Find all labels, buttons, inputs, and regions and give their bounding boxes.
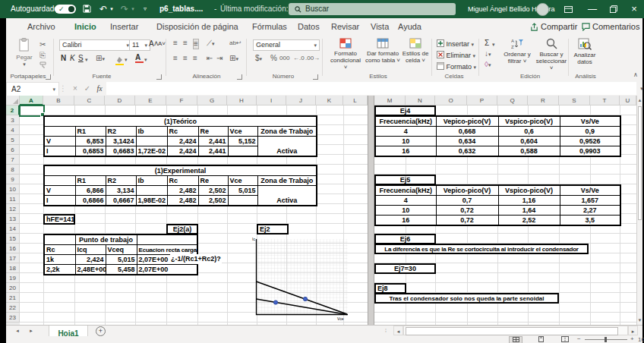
cut-icon[interactable]: ✂ [39, 40, 46, 49]
column-header-b[interactable]: B [43, 96, 74, 105]
thousands-format-icon[interactable]: 000 [279, 54, 289, 63]
shrink-font-icon[interactable]: A˅ [158, 39, 166, 49]
column-header-n[interactable]: N [406, 96, 435, 105]
user-avatar[interactable] [536, 3, 549, 16]
table-experimental[interactable]: (1)Experimental R1 R2 Ib Rc Re Vce Zona … [43, 165, 317, 206]
name-box[interactable]: A2▾ [6, 82, 59, 96]
tab-insertar[interactable]: Insertar [109, 18, 140, 36]
table-ej5[interactable]: Frecuencia(kHz) Vepico-pico(V) Vspico-pi… [374, 184, 621, 226]
increase-decimal-icon[interactable]: ←.0 [293, 54, 305, 63]
sheet-tab-hoja1[interactable]: Hoja1 [49, 326, 88, 336]
autosave-toggle[interactable]: ✓ [55, 5, 76, 14]
column-header-s[interactable]: S [559, 96, 590, 105]
row-header-20[interactable]: 20 [6, 283, 20, 293]
share-button[interactable]: Compartir [530, 20, 577, 34]
column-header-g[interactable]: G [197, 96, 227, 105]
font-size-select[interactable]: 11▾ [129, 39, 150, 51]
row-header-5[interactable]: 5 [6, 135, 20, 145]
undo-icon[interactable]: ↶ [97, 0, 109, 18]
font-dialog-launcher-icon[interactable] [156, 74, 162, 80]
pane-split-bar[interactable] [368, 96, 374, 325]
orientation-icon[interactable]: ⟋▾ [207, 39, 215, 49]
zoom-level[interactable]: 100 % [638, 336, 644, 343]
tab-ayuda[interactable]: Ayuda [396, 18, 423, 36]
tab-revisar[interactable]: Revisar [330, 18, 361, 36]
underline-button[interactable]: S [78, 54, 84, 63]
zoom-slider-thumb[interactable] [605, 337, 607, 342]
table-title[interactable]: (1)Teórico [44, 116, 317, 127]
horizontal-scrollbar[interactable] [403, 326, 628, 335]
ej6-note-cell[interactable]: La diferencia es que la Re se cortocircu… [374, 244, 589, 254]
row-header-21[interactable]: 21 [6, 293, 20, 303]
ej5-label-cell[interactable]: Ej5 [374, 175, 436, 185]
zoom-in-icon[interactable]: + [630, 335, 634, 342]
align-dialog-launcher-icon[interactable] [237, 74, 242, 80]
zona-value[interactable]: Activa [257, 137, 317, 157]
analyze-data-button[interactable]: Analizar datos [573, 38, 597, 65]
fill-color-dropdown-icon[interactable]: ▾ [125, 55, 128, 65]
grow-font-icon[interactable]: A˄ [149, 39, 159, 49]
row-header-13[interactable]: 13 [6, 214, 20, 224]
row-header-11[interactable]: 11 [6, 194, 20, 204]
tab-formulas[interactable]: Fórmulas [251, 18, 289, 36]
conditional-formatting-button[interactable]: Formato condicional ˅ [328, 38, 363, 71]
row-header-9[interactable]: 9 [6, 175, 20, 184]
font-color-icon[interactable]: A [135, 53, 144, 63]
align-bottom-icon[interactable]: ≡ [193, 39, 199, 49]
undo-dropdown-icon[interactable]: ▾ [109, 0, 115, 18]
qat-customize-icon[interactable]: ▿ [141, 0, 149, 18]
underline-dropdown-icon[interactable]: ▾ [85, 55, 88, 65]
insert-cells-button[interactable]: Insertar ▾ [437, 39, 474, 49]
sort-filter-button[interactable]: AZ Ordenar y filtrar ˅ [501, 38, 533, 65]
merge-center-icon[interactable]: ⊞▾ [229, 54, 238, 64]
active-cell-selection[interactable] [19, 105, 45, 117]
sheet-nav-next-icon[interactable]: ▸ [26, 326, 36, 335]
tab-vista[interactable]: Vista [369, 18, 390, 36]
copy-icon[interactable]: ⎘ [39, 51, 46, 60]
sheet-nav-prev-icon[interactable]: ◂ [12, 326, 23, 335]
redo-dropdown-icon[interactable]: ▾ [130, 0, 136, 18]
clear-icon[interactable]: ◊▾ [485, 60, 491, 70]
search-input[interactable]: Buscar [289, 3, 456, 15]
hfe-cell[interactable]: hFE=141 [43, 214, 75, 225]
column-header-l[interactable]: L [343, 96, 368, 105]
ribbon-display-options-icon[interactable] [559, 0, 577, 18]
column-header-q[interactable]: Q [497, 96, 528, 105]
bold-button[interactable]: N [61, 54, 66, 63]
row-header-17[interactable]: 17 [6, 253, 20, 263]
currency-format-icon[interactable]: $▾ [255, 54, 262, 64]
zona-value[interactable]: Activa [257, 186, 317, 206]
column-header-f[interactable]: F [166, 96, 197, 105]
scroll-down-icon[interactable]: ▼ [637, 318, 642, 323]
column-header-e[interactable]: E [135, 96, 166, 105]
row-header-19[interactable]: 19 [6, 273, 20, 283]
row-header-23[interactable]: 23 [6, 313, 20, 323]
document-title[interactable]: p6_tablas.... [159, 0, 203, 18]
clipboard-dialog-launcher-icon[interactable] [46, 74, 51, 80]
column-header-j[interactable]: J [286, 96, 316, 105]
question-note[interactable]: ¿-1/(Rc1+Rc2)? [170, 254, 222, 264]
column-header-h[interactable]: H [227, 96, 257, 105]
insert-function-icon[interactable]: fx [94, 82, 105, 95]
column-header-c[interactable]: C [74, 96, 105, 105]
formula-input[interactable] [106, 82, 636, 95]
column-header-u[interactable]: U [620, 96, 636, 105]
borders-icon[interactable]: ⊞▾ [96, 54, 105, 64]
align-left-icon[interactable]: ≡ [173, 54, 178, 63]
table-title[interactable]: Punto de trabajo [75, 234, 137, 245]
format-painter-icon[interactable] [39, 61, 47, 71]
column-header-t[interactable]: T [590, 96, 620, 105]
align-center-icon[interactable]: ≡ [183, 54, 188, 63]
page-break-view-icon[interactable] [559, 336, 571, 343]
decrease-indent-icon[interactable]: ⇤ [207, 54, 213, 63]
paste-button[interactable]: Pegar▾ [11, 38, 38, 68]
row-header-22[interactable]: 22 [6, 303, 20, 313]
name-box-dropdown-icon[interactable]: ▾ [52, 83, 55, 96]
ej2a-label-cell[interactable]: Ej2(a) [166, 224, 198, 234]
table-ej4[interactable]: Frecuencia(kHz) Vepico-pico(V) Vspico-pi… [374, 115, 621, 157]
row-header-4[interactable]: 4 [6, 125, 20, 135]
confirm-entry-icon[interactable]: ✓ [82, 82, 93, 95]
ej8-label-cell[interactable]: Ej8 [374, 283, 406, 294]
select-all-corner[interactable] [6, 96, 20, 105]
column-header-m[interactable]: M [374, 96, 406, 105]
